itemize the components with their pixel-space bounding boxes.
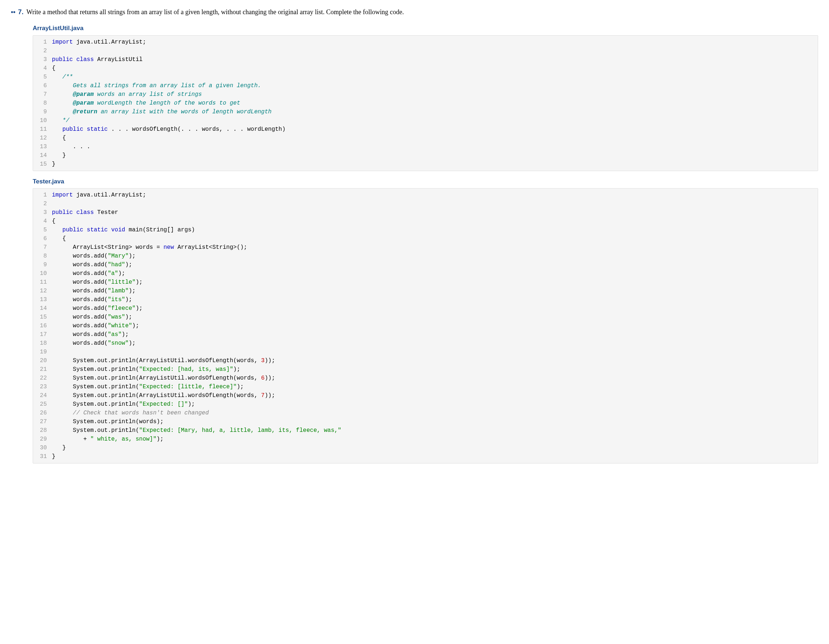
code-token: an array list with the words of length w…	[97, 109, 272, 115]
code-line: 7 @param words an array list of strings	[37, 90, 814, 99]
line-number: 26	[37, 409, 47, 417]
code-token: Tester	[94, 209, 118, 216]
line-number: 22	[37, 374, 47, 382]
code-token: System.out.println(	[52, 366, 139, 373]
file-section: ArrayListUtil.java1import java.util.Arra…	[33, 24, 818, 171]
code-token: */	[63, 117, 69, 124]
code-token: 7	[261, 392, 265, 399]
code-token: ));	[265, 375, 275, 381]
line-number: 3	[37, 55, 47, 64]
code-line: 8 @param wordLength the length of the wo…	[37, 99, 814, 107]
question-text: Write a method that returns all strings …	[27, 7, 818, 17]
code-line: 10 words.add("a");	[37, 269, 814, 278]
code-content: }	[52, 151, 66, 160]
code-token: void	[111, 227, 125, 233]
line-number: 2	[37, 46, 47, 55]
code-token	[52, 117, 63, 124]
code-content: @return an array list with the words of …	[52, 107, 272, 116]
code-token: words.add(	[52, 288, 108, 294]
code-content: + " white, as, snow]");	[52, 435, 163, 444]
code-line: 14 words.add("fleece");	[37, 304, 814, 313]
code-line: 5 /**	[37, 73, 814, 81]
code-content: System.out.println(ArrayListUtil.wordsOf…	[52, 391, 275, 400]
code-token: . . . wordsOfLength(. . . words, . . . w…	[108, 126, 286, 133]
line-number: 29	[37, 435, 47, 444]
code-line: 2	[37, 199, 814, 208]
code-token: public	[63, 227, 84, 233]
code-content: words.add("its");	[52, 295, 132, 304]
code-line: 11 words.add("little");	[37, 278, 814, 287]
line-number: 6	[37, 81, 47, 90]
code-token: words.add(	[52, 279, 108, 286]
code-token: "lamb"	[108, 288, 129, 294]
line-number: 4	[37, 64, 47, 73]
code-content: @param words an array list of strings	[52, 90, 202, 99]
line-number: 9	[37, 260, 47, 269]
code-line: 17 words.add("as");	[37, 330, 814, 339]
line-number: 30	[37, 444, 47, 452]
code-content	[52, 199, 55, 208]
code-token: wordLength the length of the words to ge…	[94, 100, 240, 106]
line-number: 2	[37, 199, 47, 208]
code-token: class	[76, 56, 94, 63]
code-content: public class Tester	[52, 208, 118, 217]
code-line: 3public class Tester	[37, 208, 814, 217]
code-token: "Expected: [had, its, was]"	[139, 366, 233, 373]
code-content: . . .	[52, 142, 90, 151]
code-token: }	[52, 161, 55, 167]
code-token: );	[125, 262, 132, 268]
code-token: main(String[] args)	[125, 227, 195, 233]
code-line: 14 }	[37, 151, 814, 160]
code-line: 12 {	[37, 134, 814, 142]
line-number: 7	[37, 90, 47, 99]
code-line: 20 System.out.println(ArrayListUtil.word…	[37, 356, 814, 365]
code-token: words.add(	[52, 270, 108, 277]
code-token: );	[129, 253, 136, 259]
line-number: 1	[37, 191, 47, 199]
code-token: );	[136, 305, 142, 312]
line-number: 8	[37, 99, 47, 107]
code-token: {	[52, 218, 55, 224]
code-content	[52, 347, 55, 356]
code-token: }	[52, 445, 66, 451]
code-content: public static . . . wordsOfLength(. . . …	[52, 125, 285, 134]
code-token: System.out.println(ArrayListUtil.wordsOf…	[52, 357, 261, 364]
line-number: 11	[37, 278, 47, 287]
code-token: ArrayList<String>();	[174, 244, 247, 251]
line-number: 24	[37, 391, 47, 400]
code-token: "its"	[108, 297, 125, 303]
code-token: java.util.ArrayList;	[73, 192, 147, 198]
code-token: public	[52, 209, 73, 216]
line-number: 12	[37, 287, 47, 295]
code-token: );	[188, 401, 195, 407]
code-content: /**	[52, 73, 73, 81]
line-number: 13	[37, 295, 47, 304]
code-line: 1import java.util.ArrayList;	[37, 38, 814, 46]
code-line: 8 words.add("Mary");	[37, 252, 814, 260]
code-content: public static void main(String[] args)	[52, 226, 195, 234]
files-container: ArrayListUtil.java1import java.util.Arra…	[11, 24, 818, 464]
code-token	[83, 126, 87, 133]
code-line: 3public class ArrayListUtil	[37, 55, 814, 64]
question-num: 7.	[18, 8, 24, 16]
line-number: 19	[37, 347, 47, 356]
line-number: 11	[37, 125, 47, 134]
code-token: {	[52, 135, 66, 141]
code-content: words.add("had");	[52, 260, 132, 269]
code-line: 26 // Check that words hasn't been chang…	[37, 409, 814, 417]
code-token: Gets all strings from an array list of a…	[73, 82, 261, 89]
code-content: */	[52, 116, 69, 125]
code-content: {	[52, 134, 66, 142]
code-content: {	[52, 234, 66, 243]
code-line: 29 + " white, as, snow]");	[37, 435, 814, 444]
code-token: ArrayList<String> words =	[52, 244, 163, 251]
code-token: );	[132, 322, 139, 329]
code-block: 1import java.util.ArrayList;2 3public cl…	[33, 188, 818, 464]
code-token: "had"	[108, 262, 125, 268]
code-content: words.add("a");	[52, 269, 125, 278]
code-token: {	[52, 235, 66, 242]
code-token: "as"	[108, 331, 121, 338]
code-content: import java.util.ArrayList;	[52, 38, 146, 46]
code-token: System.out.println(ArrayListUtil.wordsOf…	[52, 375, 261, 381]
code-line: 15 words.add("was");	[37, 313, 814, 322]
